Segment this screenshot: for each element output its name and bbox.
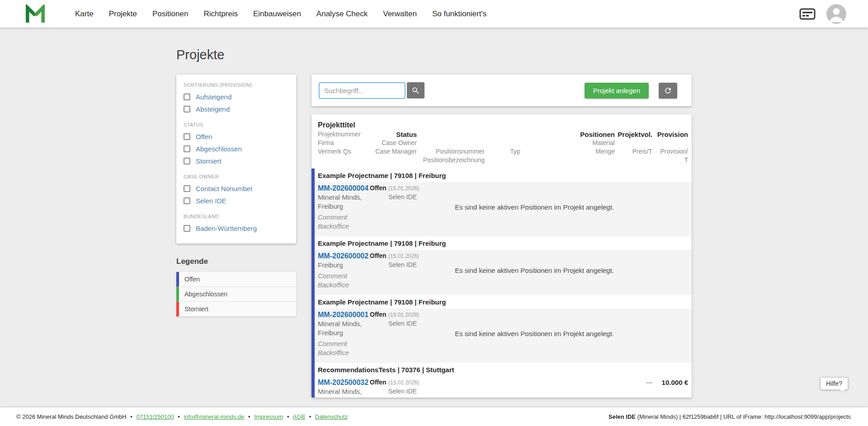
main-nav: Karte Projekte Positionen Richtpreis Ein… [75,9,486,19]
status-badge: Offen [370,252,387,259]
filter-abgeschlossen[interactable]: Abgeschlossen [184,143,289,155]
project-row: RecommendationsTests | 70376 | Stuttgart… [311,363,692,398]
user-avatar[interactable] [826,4,846,24]
refresh-icon [664,86,672,95]
project-backoffice: Backoffice [318,281,370,290]
nav-item-positionen[interactable]: Positionen [152,9,188,19]
no-positions-message: Es sind keine aktiven Positionen im Proj… [417,267,615,274]
header-menge: Menge [546,147,615,156]
header-positionsbezeichnung: Positionsbezeichnung [417,156,485,164]
filter-section-sortierung: SORTIERUNG (PROVISION) [184,82,289,88]
search-button[interactable] [407,82,425,98]
legend-item-storniert: Storniert [176,302,296,317]
case-owner: Selen IDE [370,193,417,201]
card-reader-icon[interactable] [799,8,816,20]
header-typ: Typ [485,147,546,156]
project-backoffice: Backoffice [318,222,370,231]
project-city: Freiburg [318,202,370,211]
checkbox-contact-nonumber[interactable] [184,185,190,192]
footer-separator: • [130,413,132,420]
project-title: RecommendationsTests | 70376 | Stuttgart [315,363,692,376]
project-number-link[interactable]: MM-202600001 [318,310,368,319]
header-positionsnummer: Positionsnummer [417,147,485,156]
header-case-manager: Case Manager [370,147,417,156]
checkbox-offen[interactable] [184,133,190,140]
table-header: Projekttitel Projektnummer Status Positi… [311,114,692,169]
footer-email-link[interactable]: info@mineral-minds.de [184,413,244,420]
filter-baden-wuerttemberg[interactable]: Baden-Württemberg [184,222,289,234]
session-details: (Mineral Minds) | 62f1259bab6f | URL of … [636,413,851,420]
filter-contact-nonumber[interactable]: Contact Nonumber [184,183,289,195]
legend-title: Legende [176,257,296,266]
header-projektnummer: Projektnummer [318,130,370,139]
header-material: Material [546,139,615,147]
nav-item-analyse-check[interactable]: Analyse Check [316,9,368,19]
nav-item-richtpreis[interactable]: Richtpreis [203,9,238,19]
header-projektvol: Projektvol. [615,130,652,139]
project-row: Example Projectname | 79108 | Freiburg M… [311,236,692,295]
checkbox-selen-ide[interactable] [184,197,190,204]
project-company: Mineral Minds, [318,387,370,396]
filter-aufsteigend[interactable]: Aufsteigend [184,91,289,103]
project-comment: Comment [318,339,370,348]
filter-section-status: STATUS [184,122,289,127]
project-comment: Comment [318,213,370,222]
help-button[interactable]: Hilfe? [820,377,848,390]
status-badge: Offen [370,379,387,386]
project-title: Example Projectname | 79108 | Freiburg [315,295,692,309]
nav-item-projekte[interactable]: Projekte [109,9,137,19]
project-company: Mineral Minds, [318,193,370,202]
checkbox-aufsteigend[interactable] [184,94,190,100]
nav-item-verwalten[interactable]: Verwalten [383,9,417,19]
project-status-cell: Offen (15.01.2026) Selen IDE [370,378,417,398]
navbar-right [799,4,846,24]
checkbox-baden-wuerttemberg[interactable] [184,225,190,232]
status-date: (15.01.2026) [388,379,419,386]
refresh-button[interactable] [659,83,677,98]
footer-phone-link[interactable]: 07151/250100 [137,413,174,420]
footer: © 2026 Mineral Minds Deutschland GmbH • … [0,407,868,426]
filter-storniert[interactable]: Storniert [184,155,289,167]
project-number-link[interactable]: MM-202600004 [318,183,368,193]
project-city: Freiburg [318,261,370,270]
status-date: (15.01.2026) [388,312,419,318]
case-owner: Selen IDE [370,319,417,328]
case-owner: Selen IDE [370,387,417,395]
project-status-cell: Offen (15.01.2026) Selen IDE [370,251,417,290]
header-firma: Firma [318,139,370,147]
footer-datenschutz-link[interactable]: Datenschutz [315,413,348,420]
footer-agb-link[interactable]: AGB [293,413,305,420]
footer-separator: • [287,413,289,420]
filter-section-case-owner: CASE OWNER [184,174,289,179]
create-project-button[interactable]: Projekt anlegen [585,83,649,98]
project-provision: 10.000 € [652,378,688,398]
filter-section-bundesland: BUNDESLAND [184,214,289,219]
brand-logo[interactable] [24,5,46,23]
case-owner: Selen IDE [370,261,417,269]
project-number-link[interactable]: MM-202600002 [318,251,368,261]
navbar: Karte Projekte Positionen Richtpreis Ein… [0,0,868,28]
filter-offen[interactable]: Offen [184,131,289,143]
person-icon [826,4,846,24]
search-input[interactable] [319,82,406,99]
status-badge: Offen [370,311,387,318]
checkbox-abgeschlossen[interactable] [184,145,190,152]
nav-item-einbauweisen[interactable]: Einbauweisen [253,9,301,19]
nav-item-karte[interactable]: Karte [75,9,94,19]
project-number-link[interactable]: MM-202500032 [318,378,368,387]
project-title: Example Projectname | 79108 | Freiburg [315,169,692,182]
project-row: Example Projectname | 79108 | Freiburg M… [311,295,692,363]
checkbox-absteigend[interactable] [184,106,190,112]
footer-impressum-link[interactable]: Impressum [254,413,283,420]
nav-item-so-funktionierts[interactable]: So funktioniert's [432,9,486,19]
projects-table: Projekttitel Projektnummer Status Positi… [311,114,692,398]
header-provision: Provision [652,130,688,139]
filter-absteigend[interactable]: Absteigend [184,103,289,115]
legend-item-offen: Offen [176,272,296,287]
logo-m-icon [24,5,46,23]
main-content: Projekte SORTIERUNG (PROVISION) Aufsteig… [176,28,692,398]
no-positions-message: Es sind keine aktiven Positionen im Proj… [417,330,615,337]
checkbox-storniert[interactable] [184,158,190,164]
project-company: Mineral Minds, [318,319,370,328]
filter-selen-ide[interactable]: Selen IDE [184,195,289,207]
